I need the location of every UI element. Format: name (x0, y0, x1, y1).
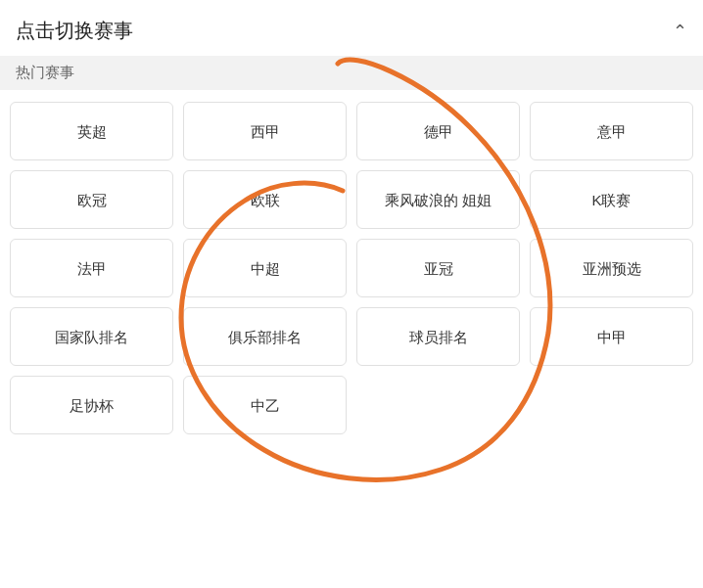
grid-item-zhong-chao[interactable]: 中超 (183, 239, 347, 297)
grid-item-xi-jia[interactable]: 西甲 (183, 102, 347, 160)
grid-item-zu-xie-bei[interactable]: 足协杯 (10, 376, 173, 434)
grid-item-ya-guan[interactable]: 亚冠 (356, 239, 520, 297)
grid-item-qiu-yuan-pai-ming[interactable]: 球员排名 (356, 307, 520, 366)
chevron-up-icon[interactable]: ⌃ (673, 21, 687, 42)
grid-item-cheng-feng[interactable]: 乘风破浪的 姐姐 (356, 170, 520, 229)
section-label: 热门赛事 (0, 56, 703, 90)
grid-item-zhong-jia[interactable]: 中甲 (530, 307, 693, 366)
grid-item-fa-jia[interactable]: 法甲 (10, 239, 173, 297)
grid-item-zhong-yi[interactable]: 中乙 (183, 376, 347, 434)
sport-grid: 英超西甲德甲意甲欧冠欧联乘风破浪的 姐姐K联赛法甲中超亚冠亚洲预选国家队排名俱乐… (0, 90, 703, 446)
grid-item-k-lian-sai[interactable]: K联赛 (530, 170, 693, 229)
grid-item-ou-lian[interactable]: 欧联 (183, 170, 347, 229)
grid-item-yi-jia[interactable]: 意甲 (530, 102, 693, 160)
grid-item-ju-le-bu-pai-ming[interactable]: 俱乐部排名 (183, 307, 347, 366)
grid-item-ya-zhou-yu-xuan[interactable]: 亚洲预选 (530, 239, 693, 297)
main-container: 点击切换赛事 ⌃ 热门赛事 英超西甲德甲意甲欧冠欧联乘风破浪的 姐姐K联赛法甲中… (0, 0, 703, 446)
page-title: 点击切换赛事 (16, 18, 133, 44)
grid-item-de-jia[interactable]: 德甲 (356, 102, 520, 160)
grid-item-guo-jia-dui-pai-ming[interactable]: 国家队排名 (10, 307, 173, 366)
header: 点击切换赛事 ⌃ (0, 0, 703, 56)
grid-item-ying-chao[interactable]: 英超 (10, 102, 173, 160)
grid-item-ou-guan[interactable]: 欧冠 (10, 170, 173, 229)
